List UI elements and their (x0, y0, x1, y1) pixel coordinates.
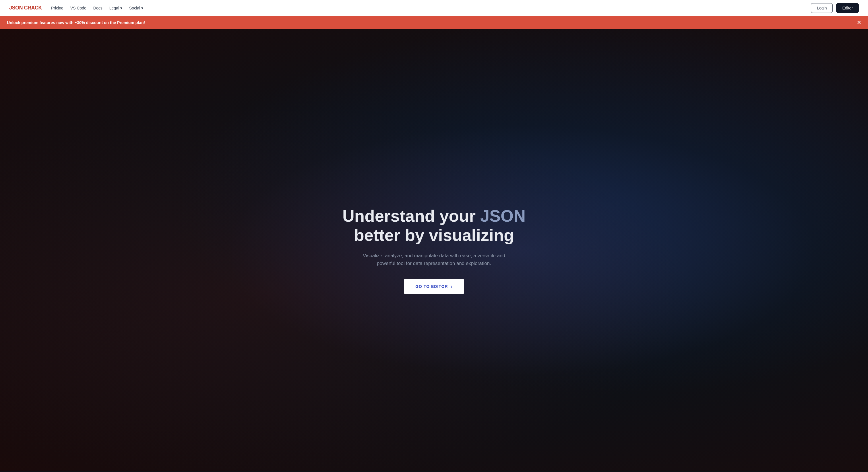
nav-label-social: Social (129, 6, 140, 10)
nav-links: Pricing VS Code Docs Legal ▾ Social ▾ (51, 6, 143, 10)
hero-subtitle: Visualize, analyze, and manipulate data … (356, 252, 512, 267)
hero-title-part2: better by visualizing (354, 226, 514, 244)
nav-label-legal: Legal (110, 6, 119, 10)
hero-section: Understand your JSON better by visualizi… (0, 29, 868, 471)
go-to-editor-label: GO TO EDITOR (415, 284, 448, 289)
nav-link-pricing[interactable]: Pricing (51, 6, 63, 10)
go-to-editor-button[interactable]: GO TO EDITOR › (404, 279, 464, 294)
editor-button[interactable]: Editor (836, 3, 859, 13)
navbar-right: Login Editor (811, 3, 859, 13)
navbar: JSON CRACK Pricing VS Code Docs Legal ▾ … (0, 0, 868, 16)
chevron-down-icon-social: ▾ (141, 6, 143, 10)
promo-banner: Unlock premium features now with ~30% di… (0, 16, 868, 29)
nav-link-vscode[interactable]: VS Code (70, 6, 86, 10)
logo[interactable]: JSON CRACK (9, 5, 42, 11)
nav-link-docs[interactable]: Docs (93, 6, 102, 10)
nav-item-vscode[interactable]: VS Code (70, 6, 86, 10)
login-button[interactable]: Login (811, 3, 833, 13)
logo-text: JSON CRACK (9, 5, 42, 11)
navbar-left: JSON CRACK Pricing VS Code Docs Legal ▾ … (9, 5, 143, 11)
arrow-right-icon: › (451, 284, 453, 289)
nav-link-legal[interactable]: Legal ▾ (110, 6, 122, 10)
banner-text: Unlock premium features now with ~30% di… (7, 20, 145, 25)
nav-item-docs[interactable]: Docs (93, 6, 102, 10)
hero-content: Understand your JSON better by visualizi… (342, 206, 526, 294)
close-icon[interactable]: ✕ (857, 20, 861, 25)
hero-title-json: JSON (480, 206, 526, 225)
hero-title-part1: Understand your (342, 206, 480, 225)
nav-item-social[interactable]: Social ▾ (129, 6, 143, 10)
nav-item-legal[interactable]: Legal ▾ (110, 6, 122, 10)
hero-title: Understand your JSON better by visualizi… (342, 206, 526, 245)
nav-link-social[interactable]: Social ▾ (129, 6, 143, 10)
chevron-down-icon: ▾ (120, 6, 122, 10)
nav-item-pricing[interactable]: Pricing (51, 6, 63, 10)
